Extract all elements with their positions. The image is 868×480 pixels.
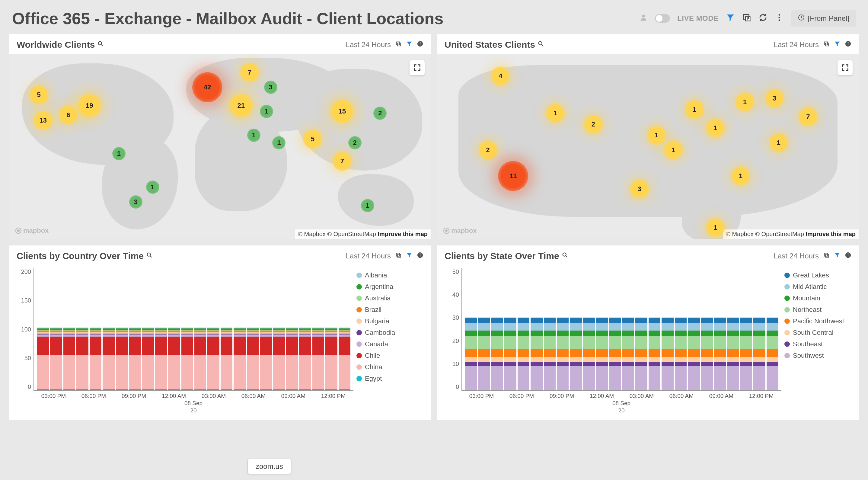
filter-icon[interactable]	[406, 252, 412, 260]
us-map[interactable]: mapbox © Mapbox © OpenStreetMap Improve …	[437, 54, 859, 239]
legend-item[interactable]: Cambodia	[356, 329, 423, 337]
map-cluster-bubble[interactable]: 13	[33, 111, 53, 130]
map-cluster-bubble[interactable]: 7	[798, 107, 817, 126]
bar-stack[interactable]	[181, 304, 193, 390]
map-cluster-bubble[interactable]: 21	[229, 94, 253, 118]
map-cluster-bubble[interactable]: 1	[272, 136, 285, 149]
legend-item[interactable]: Chile	[356, 352, 423, 360]
map-cluster-bubble[interactable]: 3	[264, 81, 277, 94]
bar-stack[interactable]	[609, 297, 621, 390]
chart-plot[interactable]: 200150100500	[33, 268, 353, 391]
bar-stack[interactable]	[312, 304, 324, 390]
bar-stack[interactable]	[142, 304, 154, 390]
map-cluster-bubble[interactable]: 2	[348, 136, 362, 149]
chart-plot[interactable]: 50403020100	[462, 268, 781, 391]
bar-stack[interactable]	[90, 304, 101, 390]
map-cluster-bubble[interactable]: 1	[769, 133, 788, 152]
bar-stack[interactable]	[339, 304, 350, 390]
map-cluster-bubble[interactable]: 1	[664, 140, 683, 160]
bar-stack[interactable]	[221, 304, 232, 390]
attrib-osm[interactable]: © OpenStreetMap	[755, 231, 804, 237]
legend-item[interactable]: Great Lakes	[784, 271, 851, 279]
map-cluster-bubble[interactable]: 19	[77, 94, 101, 118]
map-cluster-bubble[interactable]: 1	[247, 129, 260, 142]
legend-item[interactable]: Brazil	[356, 306, 423, 314]
legend-item[interactable]: Egypt	[356, 374, 423, 383]
time-range-selector[interactable]: [From Panel]	[791, 10, 856, 27]
bar-stack[interactable]	[727, 297, 739, 390]
bar-stack[interactable]	[168, 304, 180, 390]
bar-stack[interactable]	[326, 304, 337, 390]
bar-stack[interactable]	[247, 304, 259, 390]
bar-stack[interactable]	[753, 297, 765, 390]
map-cluster-bubble[interactable]: 15	[330, 99, 354, 123]
map-cluster-bubble[interactable]: 3	[129, 195, 143, 209]
copy-icon[interactable]	[395, 40, 402, 49]
bar-stack[interactable]	[740, 297, 752, 390]
map-cluster-bubble[interactable]: 7	[240, 63, 259, 82]
bar-stack[interactable]	[701, 297, 713, 390]
map-cluster-bubble[interactable]: 1	[647, 126, 666, 145]
info-icon[interactable]	[417, 252, 424, 260]
magnify-icon[interactable]	[537, 40, 544, 49]
map-cluster-bubble[interactable]: 7	[333, 152, 352, 171]
refresh-icon[interactable]	[758, 13, 768, 24]
legend-item[interactable]: Southwest	[784, 352, 851, 360]
legend-item[interactable]: Argentina	[356, 283, 423, 291]
map-cluster-bubble[interactable]: 1	[706, 218, 725, 237]
map-cluster-bubble[interactable]: 4	[491, 66, 510, 86]
info-icon[interactable]	[417, 40, 424, 49]
live-mode-toggle[interactable]	[655, 14, 670, 23]
bar-stack[interactable]	[767, 297, 778, 390]
bar-stack[interactable]	[504, 297, 516, 390]
bar-stack[interactable]	[273, 304, 285, 390]
bar-stack[interactable]	[688, 297, 700, 390]
map-cluster-bubble[interactable]: 1	[260, 105, 273, 118]
map-cluster-bubble[interactable]: 2	[373, 107, 386, 120]
info-icon[interactable]	[845, 252, 851, 260]
bar-stack[interactable]	[50, 304, 62, 390]
bar-stack[interactable]	[714, 297, 726, 390]
legend-item[interactable]: Bulgaria	[356, 317, 423, 325]
bar-stack[interactable]	[675, 297, 687, 390]
bar-stack[interactable]	[103, 304, 114, 390]
bar-stack[interactable]	[478, 297, 490, 390]
map-cluster-bubble[interactable]: 1	[361, 199, 374, 212]
filter-icon[interactable]	[834, 252, 840, 260]
bar-stack[interactable]	[207, 304, 219, 390]
copy-icon[interactable]	[395, 252, 402, 260]
expand-icon[interactable]	[409, 60, 425, 75]
map-cluster-bubble[interactable]: 1	[706, 118, 725, 138]
legend-item[interactable]: Pacific Northwest	[784, 317, 851, 325]
attrib-improve-link[interactable]: Improve this map	[806, 231, 856, 237]
bar-stack[interactable]	[194, 304, 206, 390]
map-cluster-bubble[interactable]: 3	[630, 179, 649, 199]
map-cluster-bubble[interactable]: 1	[735, 92, 754, 112]
bar-stack[interactable]	[544, 297, 556, 390]
magnify-icon[interactable]	[97, 40, 104, 49]
bar-stack[interactable]	[557, 297, 568, 390]
bar-stack[interactable]	[76, 304, 88, 390]
more-icon[interactable]	[775, 13, 784, 24]
bar-stack[interactable]	[129, 304, 141, 390]
info-icon[interactable]	[845, 40, 851, 49]
bar-stack[interactable]	[518, 297, 529, 390]
bar-stack[interactable]	[622, 297, 634, 390]
map-cluster-bubble[interactable]: 2	[478, 140, 498, 160]
map-cluster-bubble[interactable]: 42	[192, 72, 222, 102]
map-cluster-bubble[interactable]: 1	[146, 181, 159, 194]
expand-icon[interactable]	[838, 60, 852, 75]
bar-stack[interactable]	[583, 297, 595, 390]
map-cluster-bubble[interactable]: 3	[765, 89, 784, 108]
bar-stack[interactable]	[635, 297, 647, 390]
bar-stack[interactable]	[649, 297, 660, 390]
legend-item[interactable]: Northeast	[784, 306, 851, 314]
copy-icon[interactable]	[823, 252, 830, 260]
bar-stack[interactable]	[491, 297, 503, 390]
legend-item[interactable]: Canada	[356, 340, 423, 348]
bar-stack[interactable]	[299, 304, 311, 390]
bar-stack[interactable]	[661, 297, 673, 390]
map-cluster-bubble[interactable]: 2	[584, 115, 603, 134]
map-cluster-bubble[interactable]: 1	[546, 103, 565, 123]
legend-item[interactable]: Southeast	[784, 340, 851, 348]
